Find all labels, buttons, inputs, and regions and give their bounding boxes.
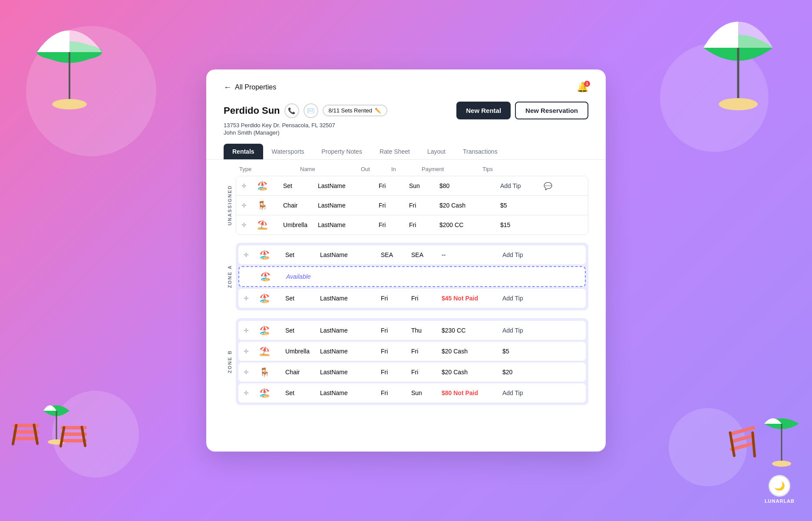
tab-rate-sheet[interactable]: Rate Sheet (371, 144, 419, 159)
drag-handle-icon[interactable]: ✛ (244, 369, 259, 376)
new-reservation-button[interactable]: New Reservation (515, 102, 588, 119)
email-button[interactable]: ✉️ (304, 103, 318, 118)
phone-button[interactable]: 📞 (284, 103, 299, 118)
property-manager: John Smith (Manager) (224, 129, 588, 136)
property-address: 13753 Perdido Key Dr. Pensacola, FL 3250… (224, 122, 588, 129)
drag-handle-icon[interactable]: ✛ (244, 295, 259, 302)
property-name: Perdido Sun (224, 105, 280, 116)
property-info-row: Perdido Sun 📞 ✉️ 8/11 Sets Rented ✏️ New… (224, 102, 588, 119)
table-row: ✛ ⛱️ Umbrella LastName Fri Fri $20 Cash … (238, 342, 586, 361)
row-out: Fri (379, 202, 409, 209)
col-payment: Payment (422, 166, 482, 172)
zone-b: ZONE B ✛ 🏖️ Set LastName Fri Thu $230 CC… (224, 318, 588, 405)
sets-rented-badge[interactable]: 8/11 Sets Rented ✏️ (323, 105, 387, 116)
row-payment-red: $45 Not Paid (442, 295, 502, 302)
new-rental-button[interactable]: New Rental (456, 102, 511, 119)
row-type: Set (283, 182, 318, 189)
row-out: Fri (381, 389, 411, 396)
type-icon-set: 🏖️ (259, 388, 285, 398)
table-row: ✛ 🏖️ Set LastName Fri Sun $80 Not Paid A… (238, 383, 586, 402)
tab-property-notes[interactable]: Property Notes (313, 144, 371, 159)
message-icon[interactable]: 💬 (544, 182, 561, 190)
row-in: Sun (411, 389, 442, 396)
available-row[interactable]: 🏖️ Available (238, 266, 586, 287)
svg-point-23 (772, 461, 791, 467)
row-tips[interactable]: Add Tip (502, 327, 546, 334)
sets-rented-text: 8/11 Sets Rented (329, 107, 372, 114)
row-tips: $5 (500, 202, 544, 209)
drag-handle-icon[interactable]: ✛ (244, 251, 259, 258)
row-tips[interactable]: Add Tip (500, 182, 544, 189)
zone-unassigned-label: UNASSIGNED (227, 185, 232, 225)
available-label: Available (286, 273, 321, 280)
svg-rect-3 (13, 424, 39, 427)
drag-handle-icon[interactable]: ✛ (244, 327, 259, 334)
row-type: Set (285, 327, 320, 334)
type-icon-set: 🏖️ (259, 250, 285, 260)
zone-unassigned-label-container: UNASSIGNED (224, 176, 236, 235)
type-icon-umbrella: ⛱️ (257, 220, 283, 230)
back-label: All Properties (235, 83, 276, 91)
table-row: ✛ 🪑 Chair LastName Fri Fri $20 Cash $20 (238, 363, 586, 382)
row-name: LastName (320, 327, 381, 334)
table-row: ✛ 🏖️ Set LastName SEA SEA -- Add Tip (238, 245, 586, 264)
row-out: SEA (381, 251, 411, 258)
row-payment: -- (442, 251, 502, 258)
zone-unassigned: UNASSIGNED ✛ 🏖️ Set LastName Fri Sun $80… (224, 176, 588, 235)
svg-rect-6 (11, 424, 18, 445)
main-card: ← All Properties 🔔 1 Perdido Sun 📞 ✉️ 8/… (206, 69, 606, 452)
row-type: Set (285, 251, 320, 258)
row-type: Chair (285, 369, 320, 376)
tabs-row: Rentals Watersports Property Notes Rate … (224, 144, 588, 159)
row-tips[interactable]: Add Tip (502, 251, 546, 258)
type-icon-set: 🏖️ (259, 325, 285, 336)
type-icon-umbrella: ⛱️ (259, 346, 285, 356)
zone-unassigned-rows: ✛ 🏖️ Set LastName Fri Sun $80 Add Tip 💬 … (236, 176, 588, 235)
tab-transactions[interactable]: Transactions (454, 144, 506, 159)
row-in: Fri (411, 295, 442, 302)
zone-b-label: ZONE B (227, 350, 232, 373)
row-in: SEA (411, 251, 442, 258)
row-tips[interactable]: Add Tip (502, 295, 546, 302)
row-name: LastName (320, 251, 381, 258)
tab-layout[interactable]: Layout (419, 144, 454, 159)
back-button[interactable]: ← All Properties (224, 83, 276, 92)
drag-handle-icon[interactable]: ✛ (241, 202, 257, 209)
table-row: ✛ 🏖️ Set LastName Fri Sun $80 Add Tip 💬 (236, 176, 588, 196)
row-out: Fri (379, 182, 409, 189)
table-area: Type Name Out In Payment Tips UNASSIGNED… (206, 160, 606, 426)
row-tips: $20 (502, 369, 546, 376)
row-tips[interactable]: Add Tip (502, 389, 546, 396)
drag-handle-icon[interactable]: ✛ (241, 182, 257, 189)
svg-rect-4 (13, 430, 39, 434)
drag-handle-icon[interactable]: ✛ (241, 221, 257, 228)
action-buttons: New Rental New Reservation (456, 102, 588, 119)
zone-b-label-container: ZONE B (224, 318, 236, 405)
row-type: Set (285, 295, 320, 302)
drag-handle-icon[interactable]: ✛ (244, 389, 259, 396)
notification-button[interactable]: 🔔 1 (577, 82, 588, 93)
row-tips: $15 (500, 221, 544, 228)
zone-a: ZONE A ✛ 🏖️ Set LastName SEA SEA -- Add … (224, 243, 588, 310)
row-payment: $80 (439, 182, 500, 189)
row-out: Fri (381, 295, 411, 302)
row-in: Fri (411, 348, 442, 355)
tab-rentals[interactable]: Rentals (224, 144, 263, 159)
col-type: Type (239, 166, 265, 172)
row-payment: $20 Cash (439, 202, 500, 209)
tab-watersports[interactable]: Watersports (263, 144, 313, 159)
drag-handle-icon[interactable]: ✛ (244, 348, 259, 355)
table-row: ✛ 🏖️ Set LastName Fri Fri $45 Not Paid A… (238, 289, 586, 308)
edit-icon: ✏️ (375, 108, 381, 114)
row-out: Fri (381, 327, 411, 334)
zone-a-label-container: ZONE A (224, 243, 236, 310)
row-type: Set (285, 389, 320, 396)
type-icon-set: 🏖️ (259, 293, 285, 303)
row-payment: $200 CC (439, 221, 500, 228)
property-left: Perdido Sun 📞 ✉️ 8/11 Sets Rented ✏️ (224, 103, 387, 118)
col-tips: Tips (482, 166, 526, 172)
row-payment: $20 Cash (442, 348, 502, 355)
row-type: Umbrella (285, 348, 320, 355)
row-name: LastName (320, 389, 381, 396)
row-payment: $230 CC (442, 327, 502, 334)
